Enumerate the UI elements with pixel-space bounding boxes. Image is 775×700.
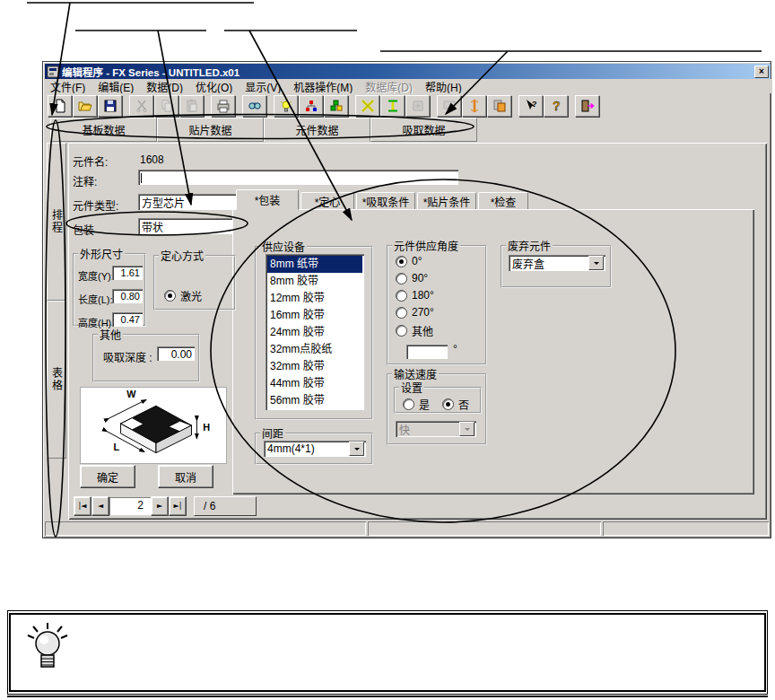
apply-icon xyxy=(411,99,425,113)
record-navigator: |◄ ◄ 2 ► ►| / 6 xyxy=(74,495,257,517)
angle-radio-0[interactable]: 0° xyxy=(396,255,422,267)
supply-device-list[interactable]: 8mm 纸带8mm 胶带12mm 胶带16mm 胶带24mm 胶带32mm点胶纸… xyxy=(266,254,364,410)
record-number-input[interactable]: 2 xyxy=(109,497,151,515)
list-item[interactable]: 16mm 胶带 xyxy=(267,307,362,324)
discard-select[interactable]: 废弃盒 xyxy=(509,255,605,271)
radio-icon xyxy=(396,307,407,319)
transport-setting-group: 设置 是否 xyxy=(394,380,482,414)
list-item[interactable]: 44mm 胶带 xyxy=(267,375,362,392)
menu-item-2[interactable]: 数据(D) xyxy=(146,79,183,94)
prev-record-button[interactable]: ◄ xyxy=(91,496,109,516)
supply-device-group: 供应设备 8mm 纸带8mm 胶带12mm 胶带16mm 胶带24mm 胶带32… xyxy=(255,239,373,420)
inner-tab-4[interactable]: *检查 xyxy=(478,192,528,210)
print-button[interactable] xyxy=(211,95,235,117)
angle-radio-1[interactable]: 90° xyxy=(396,272,428,284)
list-item[interactable]: 32mm点胶纸 xyxy=(267,341,362,358)
angle-other-input[interactable] xyxy=(406,345,448,359)
chevron-down-icon[interactable] xyxy=(349,442,364,456)
dim-label-0: 宽度(Y): xyxy=(78,268,114,283)
menu-item-1[interactable]: 编辑(E) xyxy=(98,79,134,94)
height-adjust-button[interactable] xyxy=(462,95,486,117)
find-button[interactable] xyxy=(242,95,266,117)
exchange-i-button[interactable] xyxy=(380,95,405,117)
copy-stack-button[interactable] xyxy=(487,95,511,117)
inner-tab-1[interactable]: *定心 xyxy=(300,192,354,210)
list-item[interactable]: 12mm 胶带 xyxy=(267,290,362,307)
part-data-panel: 元件名: 1608 注释: 元件类型: 方型芯片 包装 带状 *包装*定心*吸取… xyxy=(68,143,767,520)
list-item[interactable]: 8mm 胶带 xyxy=(267,273,362,290)
window-titlebar[interactable]: 编辑程序 - FX Series - UNTITLED.x01 × xyxy=(45,64,771,79)
side-tab-0[interactable]: 排程 xyxy=(47,143,66,301)
part-name-value: 1608 xyxy=(140,153,164,166)
app-icon xyxy=(47,66,59,78)
open-file-icon xyxy=(78,99,92,113)
menu-item-7[interactable]: 帮助(H) xyxy=(425,79,462,94)
centering-laser-radio[interactable]: 激光 xyxy=(164,288,202,303)
balance-icon xyxy=(304,99,318,113)
open-file-button[interactable] xyxy=(73,95,97,117)
angle-radio-2[interactable]: 180° xyxy=(396,289,434,302)
discard-part-group: 废弃元件 废弃盒 xyxy=(501,238,612,288)
pitch-group: 间距 4mm(4*1) xyxy=(255,425,373,465)
ok-button[interactable]: 确定 xyxy=(80,465,135,488)
angle-radio-4[interactable]: 其他 xyxy=(396,323,433,338)
exit-button[interactable] xyxy=(575,95,599,117)
list-item[interactable]: 8mm 纸带 xyxy=(267,256,362,273)
tab-基板数据[interactable]: 基板数据 xyxy=(50,118,157,142)
list-item[interactable]: 56mm 胶带 xyxy=(267,392,362,409)
status-panel-0 xyxy=(45,521,366,536)
angle-radio-label: 270° xyxy=(412,306,434,319)
dim-input-0[interactable]: 1.61 xyxy=(112,266,143,280)
dim-input-2[interactable]: 0.47 xyxy=(112,312,143,327)
context-help-button[interactable]: ? xyxy=(518,95,543,117)
tab-贴片数据[interactable]: 贴片数据 xyxy=(157,118,264,142)
setting-radio-0[interactable]: 是 xyxy=(403,397,430,412)
dimensions-group: 外形尺寸 宽度(Y):1.61长度(L):0.80高度(H):0.47 xyxy=(73,246,146,327)
radio-icon xyxy=(396,325,407,337)
next-record-button[interactable]: ► xyxy=(151,496,169,516)
inner-tab-3[interactable]: *贴片条件 xyxy=(417,192,476,210)
tab-元件数据[interactable]: 元件数据 xyxy=(264,118,370,142)
svg-text:?: ? xyxy=(553,99,561,113)
pitch-select[interactable]: 4mm(4*1) xyxy=(264,441,366,457)
inner-tab-0[interactable]: *包装 xyxy=(236,189,299,210)
close-button[interactable]: × xyxy=(754,66,769,78)
tab-吸取数据[interactable]: 吸取数据 xyxy=(370,118,477,142)
save-icon xyxy=(103,99,118,113)
radio-icon xyxy=(396,273,407,284)
menu-item-0[interactable]: 文件(F) xyxy=(50,79,85,94)
dim-input-1[interactable]: 0.80 xyxy=(112,289,143,303)
first-record-button[interactable]: |◄ xyxy=(74,496,91,516)
save-button[interactable] xyxy=(98,95,122,117)
transport-speed-select: 快 xyxy=(396,421,476,437)
menu-item-4[interactable]: 显示(V) xyxy=(245,79,281,94)
other-group: 其他 吸取深度 : 0.00 xyxy=(92,327,200,382)
menu-item-5[interactable]: 机器操作(M) xyxy=(293,79,353,94)
last-record-button[interactable]: ►| xyxy=(169,496,187,516)
new-document-button[interactable] xyxy=(48,95,72,117)
list-item[interactable]: 32mm 胶带 xyxy=(267,358,362,375)
help-button[interactable]: ? xyxy=(544,95,568,117)
page-divider xyxy=(7,696,768,697)
list-item[interactable]: 24mm 胶带 xyxy=(267,324,362,341)
chevron-down-icon[interactable] xyxy=(588,256,604,270)
optimize-button[interactable] xyxy=(274,95,298,117)
setting-radio-1[interactable]: 否 xyxy=(442,397,469,412)
pickup-depth-label: 吸取深度 : xyxy=(103,349,152,364)
angle-radio-label: 180° xyxy=(412,289,434,302)
pickup-depth-input[interactable]: 0.00 xyxy=(157,346,195,361)
angle-radio-3[interactable]: 270° xyxy=(396,306,434,319)
part-name-label: 元件名: xyxy=(73,153,108,169)
new-document-icon xyxy=(53,99,67,113)
balance-button[interactable] xyxy=(299,95,323,117)
exchange-x-button[interactable] xyxy=(355,95,379,117)
help-icon: ? xyxy=(549,99,563,113)
comment-input[interactable] xyxy=(138,170,458,185)
cancel-button[interactable]: 取消 xyxy=(158,465,213,488)
inner-tab-2[interactable]: *吸取条件 xyxy=(356,192,415,210)
side-tab-1[interactable]: 表格 xyxy=(47,301,66,459)
menu-item-3[interactable]: 优化(O) xyxy=(196,79,232,94)
parts-button[interactable] xyxy=(324,95,348,117)
editor-window: 编辑程序 - FX Series - UNTITLED.x01 × 文件(F)编… xyxy=(42,61,771,538)
window-title: 编辑程序 - FX Series - UNTITLED.x01 xyxy=(62,65,754,79)
